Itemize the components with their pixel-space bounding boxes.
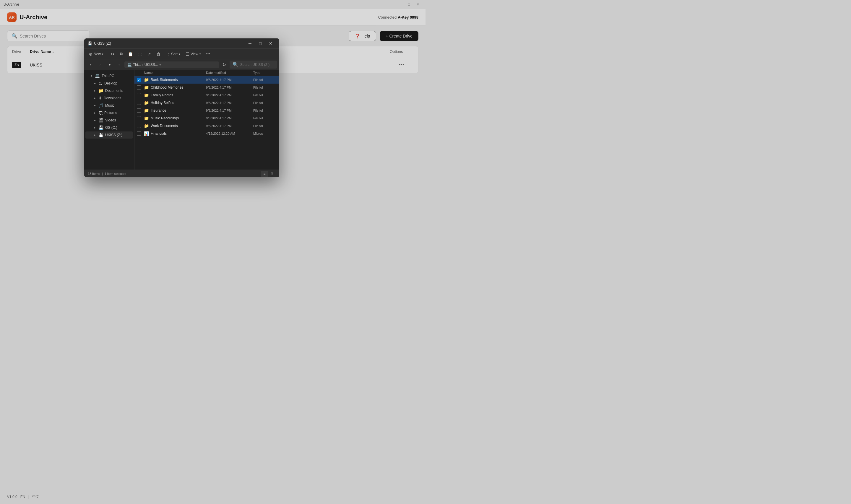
videos-icon: 🎬 bbox=[98, 118, 104, 123]
explorer-title-text: UKISS (Z:) bbox=[94, 41, 111, 46]
explorer-statusbar: 13 items | 1 item selected ≡ ⊞ bbox=[84, 169, 279, 177]
file-name: 📁 Holiday Selfies bbox=[144, 101, 206, 105]
explorer-view-button[interactable]: ☰ View ▾ bbox=[183, 50, 203, 58]
col-date-header: Date modified bbox=[206, 71, 253, 74]
file-type: File fol bbox=[253, 78, 277, 82]
file-icon: 📁 bbox=[144, 101, 149, 105]
delete-icon: 🗑 bbox=[156, 52, 160, 56]
more-icon: ••• bbox=[206, 52, 210, 56]
file-row[interactable]: 📁 Bank Statements 9/8/2022 4:17 PM File … bbox=[134, 76, 279, 84]
sidebar-item-downloads[interactable]: ▶ ⬇ Downloads bbox=[85, 94, 133, 102]
grid-view-button[interactable]: ⊞ bbox=[269, 171, 276, 177]
explorer-new-button[interactable]: ⊕ New ▾ bbox=[87, 50, 106, 58]
rename-icon: ⬚ bbox=[138, 52, 142, 56]
explorer-search-box[interactable]: 🔍 bbox=[230, 60, 277, 69]
file-date: 9/8/2022 4:17 PM bbox=[206, 86, 253, 89]
address-path[interactable]: 💻 Thi... › UKISS... ▾ bbox=[124, 61, 219, 68]
file-checkbox[interactable] bbox=[137, 108, 141, 112]
file-checkbox[interactable] bbox=[137, 116, 141, 120]
file-checkbox[interactable] bbox=[137, 85, 141, 90]
explorer-rename-button[interactable]: ⬚ bbox=[136, 50, 144, 58]
explorer-recent-button[interactable]: ▾ bbox=[106, 61, 114, 69]
explorer-sort-button[interactable]: ↕ Sort ▾ bbox=[165, 50, 183, 58]
file-row[interactable]: 📁 Holiday Selfies 9/8/2022 4:17 PM File … bbox=[134, 99, 279, 107]
explorer-toolbar: ⊕ New ▾ ✂ ⧉ 📋 ⬚ ↗ 🗑 ↕ Sort ▾ ☰ bbox=[84, 49, 279, 59]
file-row[interactable]: 📊 Financials 4/12/2022 12:20 AM Micros bbox=[134, 130, 279, 137]
file-checkbox[interactable] bbox=[137, 93, 141, 97]
explorer-maximize-button[interactable]: □ bbox=[255, 39, 265, 48]
file-checkbox[interactable] bbox=[137, 78, 141, 82]
file-row[interactable]: 📁 Insurance 9/8/2022 4:17 PM File fol bbox=[134, 107, 279, 114]
videos-chevron: ▶ bbox=[94, 119, 97, 122]
sidebar-item-this-pc[interactable]: ▼ 💻 This PC bbox=[85, 72, 133, 79]
explorer-window: 💾 UKISS (Z:) ─ □ ✕ ⊕ New ▾ ✂ ⧉ 📋 ⬚ ↗ bbox=[84, 38, 279, 177]
explorer-main: ▼ 💻 This PC ▶ 🗂 Desktop ▶ 📁 Documents ▶ … bbox=[84, 70, 279, 169]
explorer-filelist: Name Date modified Type 📁 Bank Statement… bbox=[134, 70, 279, 169]
videos-label: Videos bbox=[105, 118, 116, 122]
documents-icon: 📁 bbox=[98, 88, 104, 93]
file-type: File fol bbox=[253, 109, 277, 112]
explorer-copy-button[interactable]: ⧉ bbox=[117, 50, 125, 58]
file-row[interactable]: 📁 Work Documents 9/8/2022 4:17 PM File f… bbox=[134, 122, 279, 130]
sidebar-item-desktop[interactable]: ▶ 🗂 Desktop bbox=[85, 80, 133, 87]
col-name-header: Name bbox=[144, 71, 206, 74]
explorer-addressbar: ‹ › ▾ ↑ 💻 Thi... › UKISS... ▾ ↻ 🔍 bbox=[84, 59, 279, 70]
os-c-icon: 💾 bbox=[98, 125, 104, 130]
desktop-label: Desktop bbox=[104, 81, 117, 85]
this-pc-chevron: ▼ bbox=[90, 74, 93, 77]
explorer-back-button[interactable]: ‹ bbox=[87, 61, 95, 69]
explorer-share-button[interactable]: ↗ bbox=[145, 50, 153, 58]
file-name: 📁 Insurance bbox=[144, 108, 206, 113]
file-row[interactable]: 📁 Music Recordings 9/8/2022 4:17 PM File… bbox=[134, 114, 279, 122]
sidebar-item-music[interactable]: ▶ 🎵 Music bbox=[85, 102, 133, 109]
filelist-header: Name Date modified Type bbox=[134, 70, 279, 76]
file-icon: 📁 bbox=[144, 93, 149, 97]
file-checkbox[interactable] bbox=[137, 131, 141, 136]
file-name: 📁 Family Photos bbox=[144, 93, 206, 97]
view-icon: ☰ bbox=[185, 52, 189, 56]
downloads-label: Downloads bbox=[104, 96, 121, 100]
file-name: 📊 Financials bbox=[144, 131, 206, 136]
music-label: Music bbox=[105, 103, 114, 108]
sidebar-item-pictures[interactable]: ▶ 🖼 Pictures bbox=[85, 109, 133, 116]
explorer-minimize-button[interactable]: ─ bbox=[245, 39, 255, 48]
explorer-up-button[interactable]: ↑ bbox=[115, 61, 123, 69]
explorer-search-input[interactable] bbox=[240, 62, 274, 67]
file-checkbox[interactable] bbox=[137, 101, 141, 105]
explorer-refresh-button[interactable]: ↻ bbox=[220, 61, 229, 69]
file-row[interactable]: 📁 Family Photos 9/8/2022 4:17 PM File fo… bbox=[134, 91, 279, 99]
address-ukiss: UKISS... bbox=[144, 62, 158, 67]
sidebar-item-videos[interactable]: ▶ 🎬 Videos bbox=[85, 117, 133, 124]
file-date: 4/12/2022 12:20 AM bbox=[206, 132, 253, 135]
ukiss-label: UKISS (Z:) bbox=[105, 133, 122, 137]
pictures-icon: 🖼 bbox=[98, 110, 103, 115]
explorer-more-button[interactable]: ••• bbox=[204, 51, 213, 58]
list-view-button[interactable]: ≡ bbox=[261, 171, 268, 177]
file-type: File fol bbox=[253, 86, 277, 89]
sort-label: Sort bbox=[171, 52, 178, 56]
file-name-text: Family Photos bbox=[151, 93, 173, 97]
copy-icon: ⧉ bbox=[120, 51, 123, 56]
file-name-text: Work Documents bbox=[151, 124, 178, 128]
file-row[interactable]: 📁 Childhood Memories 9/8/2022 4:17 PM Fi… bbox=[134, 84, 279, 91]
file-icon: 📁 bbox=[144, 77, 149, 82]
check-all bbox=[137, 71, 144, 74]
this-pc-label: This PC bbox=[102, 74, 114, 78]
file-date: 9/8/2022 4:17 PM bbox=[206, 78, 253, 82]
documents-label: Documents bbox=[105, 89, 123, 93]
sidebar-item-os-c[interactable]: ▶ 💾 OS (C:) bbox=[85, 124, 133, 131]
file-name: 📁 Music Recordings bbox=[144, 116, 206, 121]
explorer-delete-button[interactable]: 🗑 bbox=[154, 50, 163, 58]
sidebar-item-documents[interactable]: ▶ 📁 Documents bbox=[85, 87, 133, 94]
explorer-close-button[interactable]: ✕ bbox=[266, 39, 276, 48]
explorer-cut-button[interactable]: ✂ bbox=[108, 50, 117, 58]
view-buttons: ≡ ⊞ bbox=[261, 171, 276, 177]
sidebar-item-ukiss[interactable]: ▶ 💾 UKISS (Z:) bbox=[85, 131, 133, 139]
ukiss-chevron: ▶ bbox=[94, 133, 97, 137]
file-checkbox[interactable] bbox=[137, 124, 141, 128]
address-path-icon: 💻 bbox=[127, 62, 132, 67]
file-date: 9/8/2022 4:17 PM bbox=[206, 93, 253, 97]
explorer-paste-button[interactable]: 📋 bbox=[126, 50, 135, 58]
music-icon: 🎵 bbox=[98, 103, 104, 108]
explorer-forward-button[interactable]: › bbox=[96, 61, 104, 69]
